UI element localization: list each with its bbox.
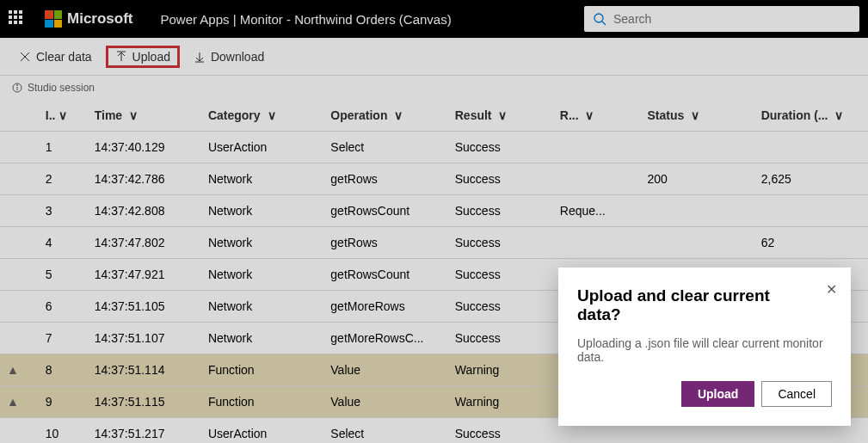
breadcrumb: Power Apps | Monitor - Northwind Orders …	[161, 12, 452, 27]
cell-time: 14:37:47.802	[88, 227, 201, 259]
cell-category: Function	[201, 354, 323, 386]
chevron-down-icon: ∨	[498, 108, 507, 122]
close-icon	[19, 51, 31, 63]
table-row[interactable]: 414:37:47.802NetworkgetRowsSuccess62	[0, 227, 868, 259]
cell-category: Function	[201, 386, 323, 418]
app-header: Microsoft Power Apps | Monitor - Northwi…	[0, 0, 868, 38]
search-box[interactable]	[584, 6, 859, 32]
cell-r	[553, 227, 641, 259]
dialog-body: Uploading a .json file will clear curren…	[577, 336, 832, 364]
cell-id: 1	[39, 132, 88, 163]
cell-time: 14:37:51.217	[88, 418, 201, 444]
cell-operation: Select	[323, 418, 447, 444]
cell-id: 5	[39, 259, 88, 291]
cell-time: 14:37:47.921	[88, 259, 201, 291]
table-header-row: I..∨ Time ∨ Category ∨ Operation ∨ Resul…	[0, 100, 868, 132]
col-result[interactable]: Result ∨	[448, 100, 553, 132]
cell-time: 14:37:40.129	[88, 132, 201, 163]
microsoft-logo: Microsoft	[45, 10, 133, 28]
cell-status	[640, 195, 754, 227]
clear-data-button[interactable]: Clear data	[12, 46, 99, 67]
close-icon[interactable]: ✕	[826, 281, 837, 298]
col-warn[interactable]	[0, 100, 39, 132]
cell-operation: getRowsCount	[323, 259, 447, 291]
cell-result: Warning	[448, 386, 553, 418]
cell-duration: 62	[754, 227, 868, 259]
cell-result: Success	[448, 195, 553, 227]
dialog-upload-button[interactable]: Upload	[681, 381, 754, 407]
cell-id: 2	[39, 163, 88, 195]
cell-operation: getRowsCount	[323, 195, 447, 227]
waffle-icon[interactable]	[9, 10, 26, 28]
cell-time: 14:37:51.107	[88, 323, 201, 354]
cell-id: 7	[39, 323, 88, 354]
col-duration[interactable]: Duration (... ∨	[754, 100, 868, 132]
cell-result: Success	[448, 291, 553, 323]
cell-id: 4	[39, 227, 88, 259]
upload-icon	[115, 51, 127, 63]
chevron-down-icon: ∨	[58, 108, 67, 122]
chevron-down-icon: ∨	[691, 108, 699, 122]
cell-id: 10	[39, 418, 88, 444]
cell-duration: 2,625	[754, 163, 868, 195]
cell-operation: getMoreRows	[323, 291, 447, 323]
svg-point-10	[17, 85, 18, 86]
chevron-down-icon: ∨	[129, 108, 138, 122]
warning-icon: ▲	[7, 363, 19, 377]
cell-result: Success	[448, 259, 553, 291]
cell-time: 14:37:51.105	[88, 291, 201, 323]
cell-operation: getMoreRowsC...	[323, 323, 447, 354]
cell-r	[553, 132, 641, 163]
info-icon	[12, 83, 22, 93]
cell-id: 3	[39, 195, 88, 227]
cell-category: UserAction	[201, 132, 323, 163]
upload-dialog: ✕ Upload and clear current data? Uploadi…	[558, 268, 851, 426]
cell-category: Network	[201, 323, 323, 354]
cell-r: Reque...	[553, 195, 641, 227]
cell-category: Network	[201, 195, 323, 227]
session-bar: Studio session	[0, 76, 868, 100]
cell-time: 14:37:42.786	[88, 163, 201, 195]
cell-result: Success	[448, 418, 553, 444]
col-id[interactable]: I..∨	[39, 100, 88, 132]
cell-id: 6	[39, 291, 88, 323]
table-row[interactable]: 114:37:40.129UserActionSelectSuccess	[0, 132, 868, 163]
brand-text: Microsoft	[67, 10, 133, 28]
cell-status	[640, 132, 754, 163]
cell-category: Network	[201, 259, 323, 291]
cell-result: Success	[448, 163, 553, 195]
svg-point-0	[594, 14, 603, 22]
download-button[interactable]: Download	[187, 46, 271, 67]
cell-category: UserAction	[201, 418, 323, 444]
table-row[interactable]: 214:37:42.786NetworkgetRowsSuccess2002,6…	[0, 163, 868, 195]
chevron-down-icon: ∨	[834, 108, 843, 122]
cell-duration	[754, 132, 868, 163]
cell-r	[553, 163, 641, 195]
search-input[interactable]	[613, 12, 851, 26]
cell-category: Network	[201, 291, 323, 323]
col-time[interactable]: Time ∨	[88, 100, 201, 132]
cell-time: 14:37:51.115	[88, 386, 201, 418]
col-category[interactable]: Category ∨	[201, 100, 323, 132]
svg-line-1	[602, 22, 606, 25]
col-status[interactable]: Status ∨	[640, 100, 754, 132]
cell-operation: Value	[323, 354, 447, 386]
cell-operation: Select	[323, 132, 447, 163]
chevron-down-icon: ∨	[268, 108, 276, 122]
cell-result: Success	[448, 323, 553, 354]
cell-status	[640, 227, 754, 259]
dialog-cancel-button[interactable]: Cancel	[761, 381, 832, 407]
cell-result: Success	[448, 227, 553, 259]
col-r[interactable]: R... ∨	[553, 100, 641, 132]
table-row[interactable]: 314:37:42.808NetworkgetRowsCountSuccessR…	[0, 195, 868, 227]
cell-category: Network	[201, 227, 323, 259]
dialog-title: Upload and clear current data?	[577, 286, 832, 324]
cell-time: 14:37:51.114	[88, 354, 201, 386]
upload-button[interactable]: Upload	[106, 46, 180, 68]
download-icon	[194, 51, 206, 63]
col-operation[interactable]: Operation ∨	[323, 100, 447, 132]
chevron-down-icon: ∨	[585, 108, 594, 122]
chevron-down-icon: ∨	[394, 108, 403, 122]
cell-status: 200	[640, 163, 754, 195]
cell-result: Success	[448, 132, 553, 163]
